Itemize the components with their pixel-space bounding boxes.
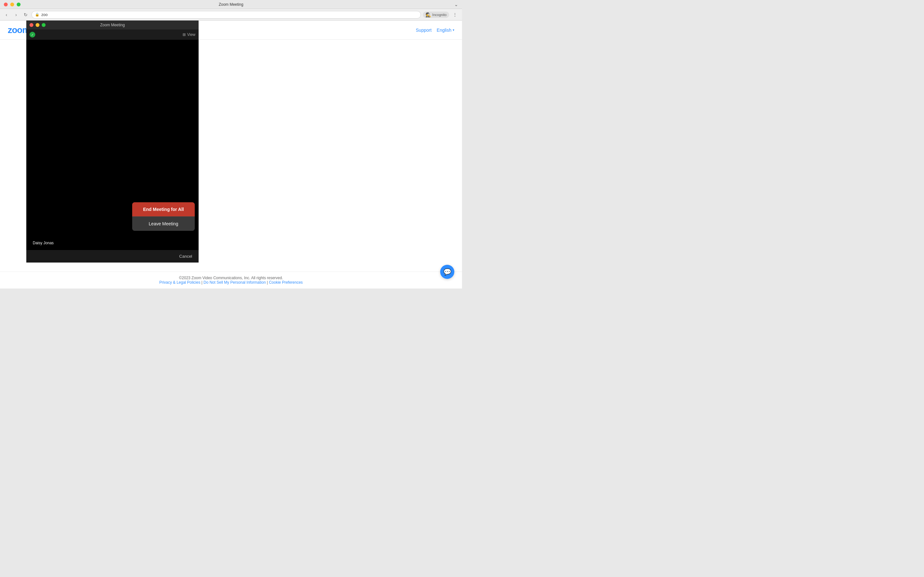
participant-name-label: Daisy Jonas	[30, 240, 56, 246]
minimize-button[interactable]	[10, 3, 14, 6]
browser-title: Zoom Meeting	[219, 2, 244, 7]
video-area: Daisy Jonas End Meeting for All Leave Me…	[26, 40, 199, 250]
incognito-label: Incognito	[432, 13, 447, 17]
zoom-meeting-window: Zoom Meeting ✓ ⊞ View Daisy Jonas End Me…	[26, 21, 199, 263]
chat-icon: 💬	[443, 268, 451, 276]
zoom-window-title: Zoom Meeting	[100, 23, 125, 27]
address-text: zoo	[41, 13, 47, 17]
view-label: View	[187, 32, 195, 37]
browser-chevron[interactable]: ⌄	[454, 2, 458, 7]
separator-1: |	[202, 280, 202, 285]
zoom-security-icon: ✓	[29, 32, 35, 37]
view-icon: ⊞	[183, 32, 186, 37]
browser-titlebar: Zoom Meeting ⌄	[0, 0, 462, 9]
site-content: zoom Support English ▾ Zoom Meeting	[0, 21, 462, 288]
cancel-area: Cancel	[26, 250, 199, 263]
zoom-minimize-button[interactable]	[36, 23, 39, 27]
chevron-down-icon: ⌄	[454, 2, 458, 7]
support-link[interactable]: Support	[416, 27, 431, 33]
separator-2: |	[267, 280, 268, 285]
zoom-close-button[interactable]	[29, 23, 33, 27]
english-label: English	[437, 27, 451, 33]
english-dropdown[interactable]: English ▾	[437, 27, 454, 33]
privacy-link[interactable]: Privacy & Legal Policies	[159, 280, 200, 285]
browser-toolbar: ‹ › ↻ 🔒 zoo 🕵 Incognito ⋮	[0, 9, 462, 21]
zoom-footer: ©2023 Zoom Video Communications, Inc. Al…	[0, 271, 462, 288]
browser-actions: 🕵 Incognito ⋮	[423, 10, 459, 19]
os-window: Zoom Meeting ⌄ ‹ › ↻ 🔒 zoo 🕵 Incognito ⋮…	[0, 0, 462, 288]
close-button[interactable]	[4, 3, 8, 6]
cookie-preferences-link[interactable]: Cookie Preferences	[269, 280, 302, 285]
back-button[interactable]: ‹	[3, 11, 10, 19]
reload-button[interactable]: ↻	[22, 11, 29, 19]
support-chat-button[interactable]: 💬	[440, 265, 454, 279]
zoom-traffic-lights	[29, 23, 45, 27]
zoom-meeting-titlebar: Zoom Meeting	[26, 21, 199, 29]
address-bar[interactable]: 🔒 zoo	[31, 11, 421, 19]
do-not-sell-link[interactable]: Do Not Sell My Personal Information	[204, 280, 266, 285]
forward-button[interactable]: ›	[12, 11, 20, 19]
zoom-maximize-button[interactable]	[42, 23, 45, 27]
end-meeting-for-all-button[interactable]: End Meeting for All	[132, 202, 195, 217]
zoom-view-button[interactable]: ⊞ View	[183, 32, 195, 37]
cancel-button[interactable]: Cancel	[177, 253, 195, 260]
incognito-icon: 🕵	[425, 12, 431, 17]
footer-links: Privacy & Legal Policies | Do Not Sell M…	[4, 280, 458, 285]
traffic-lights	[4, 3, 21, 6]
more-options-button[interactable]: ⋮	[451, 10, 459, 19]
language-chevron-icon: ▾	[453, 28, 454, 32]
footer-copyright: ©2023 Zoom Video Communications, Inc. Al…	[4, 276, 458, 280]
leave-meeting-button[interactable]: Leave Meeting	[132, 217, 195, 231]
end-meeting-popup: End Meeting for All Leave Meeting	[132, 202, 195, 231]
zoom-header-right: Support English ▾	[416, 27, 454, 33]
maximize-button[interactable]	[17, 3, 21, 6]
incognito-badge: 🕵 Incognito	[423, 11, 449, 18]
zoom-header-bar: ✓ ⊞ View	[26, 29, 199, 40]
lock-icon: 🔒	[35, 13, 39, 17]
